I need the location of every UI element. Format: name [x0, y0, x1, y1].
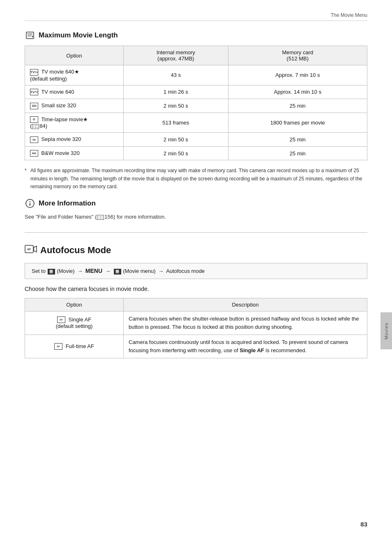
ref-box-2: □□ — [97, 215, 104, 220]
table-row: ⏱ Time-lapse movie★(□□84) 513 frames 180… — [25, 113, 367, 133]
internal-memory-1: 43 s — [124, 65, 228, 85]
page-header: The Movie Menu — [25, 12, 367, 21]
memory-card-1: Approx. 7 min 10 s — [228, 65, 367, 85]
col-memory-card: Memory card(512 MB) — [228, 46, 367, 65]
internal-memory-5: 2 min 50 s — [124, 133, 228, 147]
memory-card-3: 25 min — [228, 99, 367, 113]
ref-box: □□ — [32, 124, 39, 129]
autofocus-section: AF Autofocus Mode Set to 樂 (Movie) → MEN… — [25, 244, 367, 358]
memory-card-5: 25 min — [228, 133, 367, 147]
movie-length-table: Option Internal memory(approx. 47MB) Mem… — [25, 46, 367, 160]
svg-text:AF: AF — [27, 248, 31, 251]
header-title: The Movie Menu — [331, 12, 367, 18]
page: The Movie Menu Maximum Movie Length Opti… — [0, 0, 392, 540]
movie-label-2: (Movie menu) — [123, 268, 157, 274]
pencil-icon — [25, 31, 35, 40]
col-option: Option — [25, 46, 124, 65]
af-col-description: Description — [124, 298, 367, 311]
table-row: TV TV movie 640★(default setting) 43 s A… — [25, 65, 367, 85]
svg-marker-8 — [34, 246, 37, 252]
sepia-icon: SE — [30, 136, 38, 143]
desc-single-af: Camera focuses when the shutter-release … — [124, 311, 367, 335]
table-row: AF Full-time AF Camera focuses continuou… — [25, 335, 367, 358]
autofocus-movie-icon: AF — [25, 244, 37, 256]
af-col-option: Option — [25, 298, 124, 311]
table-row: TV TV movie 640 1 min 26 s Approx. 14 mi… — [25, 85, 367, 99]
set-to-text: Set to — [32, 268, 47, 274]
memory-card-4: 1800 frames per movie — [228, 113, 367, 133]
internal-memory-4: 513 frames — [124, 113, 228, 133]
internal-memory-3: 2 min 50 s — [124, 99, 228, 113]
svg-point-5 — [30, 201, 30, 202]
col-internal-memory: Internal memory(approx. 47MB) — [124, 46, 228, 65]
tv-icon: TV — [30, 69, 38, 76]
more-info-section: More Information See "File and Folder Na… — [25, 199, 367, 220]
section1-heading: Maximum Movie Length — [25, 31, 367, 40]
tv-icon-2: TV — [30, 89, 38, 95]
table-row: AF Single AF(default setting) Camera foc… — [25, 311, 367, 335]
option-timelapse: ⏱ Time-lapse movie★(□□84) — [25, 113, 124, 133]
option-tv: TV TV movie 640 — [25, 85, 124, 99]
memory-card-6: 25 min — [228, 146, 367, 160]
footnote: All figures are approximate. The maximum… — [25, 167, 367, 191]
page-number: 83 — [360, 521, 367, 528]
option-small: 320 Small size 320 — [25, 99, 124, 113]
autofocus-mode-label: Autofocus mode — [166, 268, 205, 274]
svg-rect-0 — [26, 32, 34, 39]
internal-memory-2: 1 min 26 s — [124, 85, 228, 99]
movie-icon-inline-1: 樂 — [48, 269, 55, 275]
option-sepia: SE Sepia movie 320 — [25, 133, 124, 147]
autofocus-intro: Choose how the camera focuses in movie m… — [25, 286, 367, 292]
table-row: SE Sepia movie 320 2 min 50 s 25 min — [25, 133, 367, 147]
menu-label: MENU — [85, 268, 104, 274]
section-divider — [25, 232, 367, 233]
option-tv-star: TV TV movie 640★(default setting) — [25, 65, 124, 85]
table-row: 320 Small size 320 2 min 50 s 25 min — [25, 99, 367, 113]
sidebar-label: Movies — [384, 323, 389, 339]
arrow-1: → — [77, 268, 83, 274]
table-row: BW B&W movie 320 2 min 50 s 25 min — [25, 146, 367, 160]
info-circle-icon — [25, 199, 35, 208]
internal-memory-6: 2 min 50 s — [124, 146, 228, 160]
more-info-text: See "File and Folder Names" (□□156) for … — [25, 214, 367, 220]
fulltime-af-icon: AF — [54, 343, 62, 350]
arrow-2: → — [105, 268, 111, 274]
set-to-box: Set to 樂 (Movie) → MENU → 樂 (Movie menu)… — [25, 263, 367, 279]
single-af-icon: AF — [57, 316, 65, 323]
section1-title: Maximum Movie Length — [39, 31, 118, 39]
small-icon: 320 — [30, 103, 38, 109]
autofocus-title: Autofocus Mode — [40, 245, 111, 256]
timelapse-icon: ⏱ — [30, 116, 38, 123]
option-bw: BW B&W movie 320 — [25, 146, 124, 160]
more-info-title: More Information — [39, 199, 96, 208]
autofocus-heading: AF Autofocus Mode — [25, 244, 367, 256]
bw-icon: BW — [30, 150, 38, 157]
memory-card-2: Approx. 14 min 10 s — [228, 85, 367, 99]
more-info-heading: More Information — [25, 199, 367, 208]
autofocus-table: Option Description AF Single AF(default … — [25, 298, 367, 359]
arrow-3: → — [158, 268, 164, 274]
desc-fulltime-af: Camera focuses continuously until focus … — [124, 335, 367, 358]
movie-icon-inline-2: 樂 — [114, 269, 121, 275]
sidebar-tab: Movies — [380, 312, 392, 349]
movie-label-1: (Movie) — [57, 268, 76, 274]
option-fulltime-af: AF Full-time AF — [25, 335, 124, 358]
option-single-af: AF Single AF(default setting) — [25, 311, 124, 335]
svg-rect-6 — [30, 203, 30, 206]
